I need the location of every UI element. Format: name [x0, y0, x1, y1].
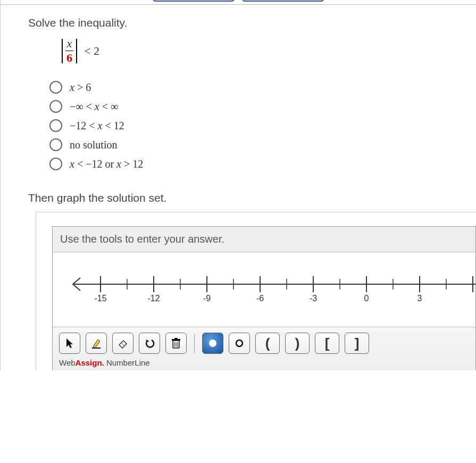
option-radio[interactable]: no solution [49, 138, 476, 151]
tick-label: -9 [203, 294, 211, 303]
open-point-icon [235, 338, 244, 348]
option-label: x > 6 [70, 81, 91, 94]
question-prompt: Solve the inequality. [28, 16, 476, 29]
radio-icon [49, 119, 62, 132]
closed-bracket-left-icon: [ [325, 335, 330, 352]
tick-label: -12 [147, 294, 160, 303]
option-radio[interactable]: x < −12 or x > 12 [49, 158, 476, 170]
option-label: no solution [70, 139, 117, 151]
eraser-tool-button[interactable] [112, 333, 133, 354]
option-label: x < −12 or x > 12 [70, 158, 143, 170]
draw-pencil-icon [90, 337, 102, 349]
numberline-toolbar: ( ) [ ] WebAssign. NumberLine [53, 327, 475, 370]
option-radio[interactable]: −∞ < x < ∞ [49, 100, 476, 113]
tick-label: -3 [310, 294, 317, 303]
svg-rect-16 [92, 348, 101, 349]
numberline-header: Use the tools to enter your answer. [53, 227, 475, 252]
graph-prompt: Then graph the solution set. [28, 192, 476, 204]
radio-icon [49, 100, 62, 113]
radio-icon [49, 158, 62, 170]
tick-label: -15 [94, 294, 106, 303]
select-tool-button[interactable] [59, 333, 80, 354]
number-line-canvas[interactable]: -15 -12 -9 -6 -3 0 3 [53, 252, 475, 327]
select-arrow-icon [65, 337, 74, 349]
numberline-panel: Use the tools to enter your answer. [52, 226, 476, 370]
tab-stub-1 [153, 0, 235, 2]
radio-icon [49, 138, 62, 151]
svg-rect-21 [172, 339, 180, 341]
option-radio[interactable]: x > 6 [49, 81, 476, 94]
svg-point-24 [236, 340, 243, 346]
eraser-icon [117, 337, 129, 349]
inequality-rhs: < 2 [84, 44, 99, 58]
toolbar-divider [194, 334, 195, 353]
svg-point-23 [209, 340, 216, 347]
open-paren-left-icon: ( [265, 335, 270, 352]
undo-icon [144, 337, 155, 349]
open-point-button[interactable] [229, 333, 250, 354]
options-group: x > 6 −∞ < x < ∞ −12 < x < 12 no solutio… [49, 81, 476, 170]
bracket-right-button[interactable]: ] [345, 333, 369, 354]
closed-point-button[interactable] [202, 333, 223, 354]
fraction-numerator: x [66, 37, 73, 51]
trash-icon [171, 337, 181, 349]
closed-point-icon [208, 338, 218, 348]
inequality-expression: x 6 < 2 [60, 37, 99, 65]
svg-rect-22 [174, 338, 178, 339]
open-paren-right-icon: ) [295, 335, 300, 352]
tick-label: -6 [256, 294, 264, 303]
option-label: −∞ < x < ∞ [70, 101, 118, 113]
paren-left-button[interactable]: ( [255, 333, 280, 354]
radio-icon [49, 81, 62, 94]
tick-label: 0 [364, 294, 369, 303]
clear-tool-button[interactable] [165, 333, 187, 354]
brand-label: WebAssign. NumberLine [59, 358, 469, 367]
paren-right-button[interactable]: ) [285, 333, 310, 354]
draw-tool-button[interactable] [86, 333, 107, 354]
option-label: −12 < x < 12 [70, 120, 124, 132]
bracket-left-button[interactable]: [ [315, 333, 339, 354]
fraction-denominator: 6 [65, 51, 73, 65]
closed-bracket-right-icon: ] [355, 335, 360, 352]
tab-stub-2 [242, 0, 324, 2]
tick-label: 3 [417, 294, 422, 303]
undo-tool-button[interactable] [139, 333, 160, 354]
option-radio[interactable]: −12 < x < 12 [49, 119, 476, 132]
